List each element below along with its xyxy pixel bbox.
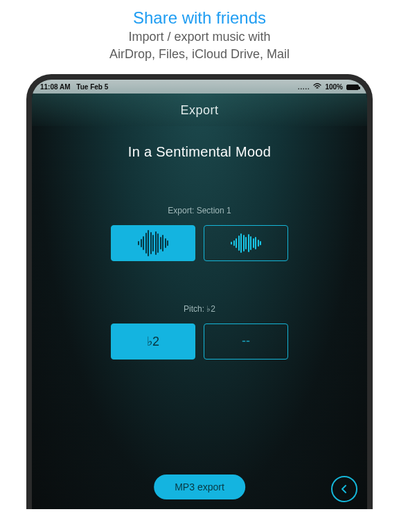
waveform-icon — [231, 233, 261, 253]
battery-percent: 100% — [325, 83, 343, 91]
export-section-selector — [32, 225, 367, 261]
pitch-option-none[interactable]: -- — [204, 323, 288, 360]
section-option-2[interactable] — [204, 225, 288, 261]
device-frame: 11:08 AM Tue Feb 5 ..... 100% Export In … — [26, 74, 373, 509]
promo-sub-line2: AirDrop, Files, iCloud Drive, Mail — [0, 46, 399, 62]
pitch-selector: ♭2 -- — [32, 323, 367, 360]
battery-icon — [346, 85, 359, 90]
promo-sub-line1: Import / export music with — [0, 29, 399, 45]
promo-title: Share with friends — [0, 8, 399, 28]
mp3-export-button[interactable]: MP3 export — [154, 475, 245, 499]
status-date: Tue Feb 5 — [76, 83, 108, 91]
app-screen: 11:08 AM Tue Feb 5 ..... 100% Export In … — [32, 80, 367, 509]
section-option-1[interactable] — [111, 225, 195, 261]
cellular-signal-icon: ..... — [298, 84, 310, 91]
status-time: 11:08 AM — [40, 83, 71, 91]
song-title: In a Sentimental Mood — [32, 126, 367, 167]
chevron-left-icon — [339, 484, 349, 494]
pitch-label: Pitch: ♭2 — [32, 304, 367, 314]
waveform-icon — [138, 230, 168, 256]
back-button[interactable] — [331, 476, 357, 502]
wifi-icon — [313, 83, 321, 91]
page-title: Export — [32, 94, 367, 126]
export-section-label: Export: Section 1 — [32, 206, 367, 215]
pitch-option-flat2[interactable]: ♭2 — [111, 323, 195, 360]
status-bar: 11:08 AM Tue Feb 5 ..... 100% — [32, 80, 367, 94]
